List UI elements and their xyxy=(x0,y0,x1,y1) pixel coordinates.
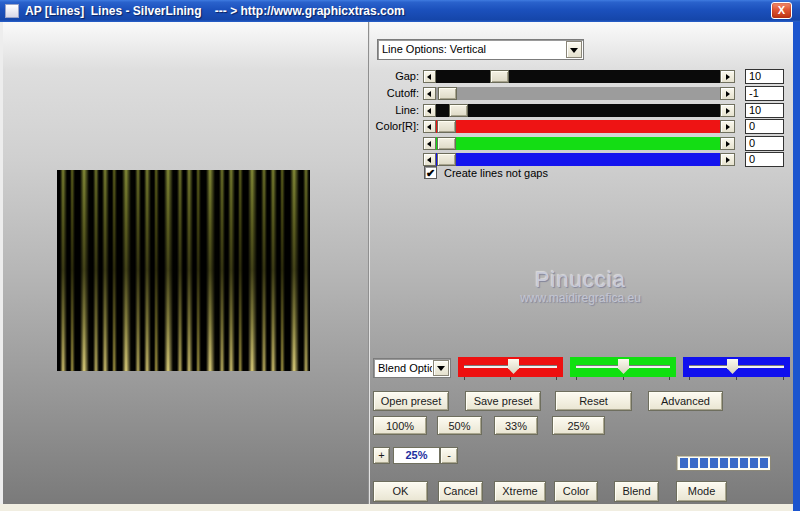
blend-slider-thumb[interactable] xyxy=(618,359,629,374)
slider-track[interactable] xyxy=(436,153,720,166)
advanced-button[interactable]: Advanced xyxy=(648,391,723,411)
slider-left-arrow[interactable] xyxy=(423,87,436,100)
open-preset-button[interactable]: Open preset xyxy=(373,391,449,411)
preview-image xyxy=(57,170,310,371)
window-border-right xyxy=(793,22,800,511)
chevron-down-icon xyxy=(570,48,578,53)
plugin-window: AP [Lines] Lines - SilverLining --- > ht… xyxy=(0,0,800,511)
slider-right-arrow[interactable] xyxy=(720,104,735,117)
checkbox-label: Create lines not gaps xyxy=(444,166,548,180)
arrow-right-icon xyxy=(726,141,730,147)
slider-label: Color[R]: xyxy=(303,120,419,133)
watermark-url: www.maidiregrafica.eu xyxy=(473,291,688,305)
slider-value-field[interactable]: 10 xyxy=(745,69,784,84)
color-button[interactable]: Color xyxy=(554,481,598,502)
slider-row-color-b: 0 xyxy=(303,153,784,166)
blend-button[interactable]: Blend xyxy=(614,481,659,502)
slider-right-arrow[interactable] xyxy=(720,70,735,83)
slider-row-gap: Gap: 10 xyxy=(303,70,784,83)
slider-label: Cutoff: xyxy=(303,87,419,100)
zoom-25-button[interactable]: 25% xyxy=(552,416,605,435)
slider-value-field[interactable]: 10 xyxy=(745,103,784,118)
slider-track[interactable] xyxy=(436,120,720,133)
tick-mark xyxy=(736,377,737,380)
blend-slider-green[interactable] xyxy=(570,357,676,377)
slider-right-arrow[interactable] xyxy=(720,120,735,133)
app-icon xyxy=(5,4,19,18)
slider-thumb[interactable] xyxy=(438,87,457,100)
arrow-right-icon xyxy=(726,91,730,97)
zoom-increase-button[interactable]: + xyxy=(373,447,390,464)
slider-label xyxy=(303,153,419,166)
line-options-value: Line Options: Vertical xyxy=(382,40,565,59)
slider-value-field[interactable]: -1 xyxy=(745,86,784,101)
slider-left-arrow[interactable] xyxy=(423,153,436,166)
tick-mark xyxy=(510,377,511,380)
progress-segment xyxy=(730,458,738,468)
zoom-50-button[interactable]: 50% xyxy=(437,416,482,435)
arrow-left-icon xyxy=(427,141,431,147)
tick-mark xyxy=(576,377,577,380)
slider-left-arrow[interactable] xyxy=(423,70,436,83)
tick-mark xyxy=(464,377,465,380)
tick-mark xyxy=(689,377,690,380)
blend-slider-blue[interactable] xyxy=(683,357,790,377)
slider-right-arrow[interactable] xyxy=(720,87,735,100)
line-options-dropdown[interactable]: Line Options: Vertical xyxy=(377,39,584,60)
progress-segment xyxy=(690,458,698,468)
save-preset-button[interactable]: Save preset xyxy=(465,391,541,411)
slider-track[interactable] xyxy=(436,137,720,150)
tick-mark xyxy=(556,377,557,380)
slider-value-field[interactable]: 0 xyxy=(745,119,784,134)
zoom-level-field[interactable]: 25% xyxy=(393,447,440,464)
slider-row-color-g: 0 xyxy=(303,137,784,150)
dropdown-button[interactable] xyxy=(433,360,449,376)
slider-track[interactable] xyxy=(436,87,720,100)
slider-value-field[interactable]: 0 xyxy=(745,136,784,151)
tick-mark xyxy=(623,377,624,380)
blend-options-value: Blend Optio xyxy=(378,359,432,377)
slider-right-arrow[interactable] xyxy=(720,137,735,150)
progress-segment xyxy=(750,458,758,468)
window-border-bottom xyxy=(0,504,794,511)
slider-track[interactable] xyxy=(436,104,720,117)
create-lines-checkbox[interactable]: ✔ xyxy=(424,166,437,179)
dropdown-button[interactable] xyxy=(566,41,582,58)
xtreme-button[interactable]: Xtreme xyxy=(494,481,546,502)
slider-left-arrow[interactable] xyxy=(423,104,436,117)
zoom-100-button[interactable]: 100% xyxy=(373,416,427,435)
progress-segment xyxy=(740,458,748,468)
progress-segment xyxy=(700,458,708,468)
slider-label: Gap: xyxy=(303,70,419,83)
slider-thumb[interactable] xyxy=(490,70,509,83)
blend-slider-thumb[interactable] xyxy=(727,359,738,374)
blend-slider-red[interactable] xyxy=(458,357,563,377)
slider-left-arrow[interactable] xyxy=(423,137,436,150)
slider-left-arrow[interactable] xyxy=(423,120,436,133)
slider-track[interactable] xyxy=(436,70,720,83)
arrow-right-icon xyxy=(726,124,730,130)
slider-thumb[interactable] xyxy=(437,153,456,166)
slider-right-arrow[interactable] xyxy=(720,153,735,166)
zoom-decrease-button[interactable]: - xyxy=(440,447,458,464)
arrow-left-icon xyxy=(427,108,431,114)
titlebar[interactable]: AP [Lines] Lines - SilverLining --- > ht… xyxy=(0,0,800,22)
blend-slider-thumb[interactable] xyxy=(508,359,519,374)
blend-options-dropdown[interactable]: Blend Optio xyxy=(373,358,451,378)
progress-segment xyxy=(720,458,728,468)
slider-thumb[interactable] xyxy=(437,120,456,133)
slider-thumb[interactable] xyxy=(449,104,468,117)
slider-row-line: Line: 10 xyxy=(303,104,784,117)
cancel-button[interactable]: Cancel xyxy=(438,481,483,502)
ok-button[interactable]: OK xyxy=(373,481,428,502)
arrow-left-icon xyxy=(427,124,431,130)
progress-segment xyxy=(680,458,688,468)
close-button[interactable]: X xyxy=(771,2,792,19)
zoom-33-button[interactable]: 33% xyxy=(494,416,538,435)
slider-row-cutoff: Cutoff: -1 xyxy=(303,87,784,100)
tick-mark xyxy=(783,377,784,380)
mode-button[interactable]: Mode xyxy=(676,481,727,502)
slider-thumb[interactable] xyxy=(437,137,456,150)
slider-value-field[interactable]: 0 xyxy=(745,152,784,167)
reset-button[interactable]: Reset xyxy=(555,391,632,411)
